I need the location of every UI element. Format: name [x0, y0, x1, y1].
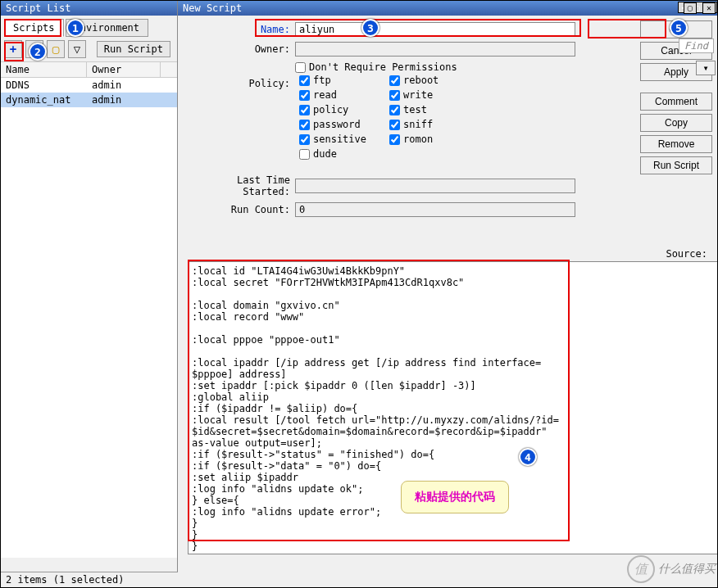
row1-owner: admin — [87, 93, 161, 106]
policy-dude[interactable]: dude — [299, 148, 381, 160]
policy-write[interactable]: write — [389, 89, 471, 101]
owner-label: Owner: — [184, 43, 295, 55]
new-script-title: New Script — [183, 2, 242, 14]
remove-dialog-button[interactable]: Remove — [640, 135, 712, 153]
script-list-window: Script List Scripts Environment + − ▢ ▽ … — [1, 1, 178, 587]
tab-environment[interactable]: Environment — [66, 19, 148, 37]
name-input[interactable] — [295, 22, 575, 37]
source-textarea[interactable] — [188, 261, 718, 554]
new-script-titlebar: New Script ━ ▢ ✕ — [178, 1, 718, 16]
script-toolbar: + − ▢ ▽ Run Script — [1, 37, 177, 62]
script-list-titlebar: Script List — [1, 1, 177, 16]
col-owner-header[interactable]: Owner — [87, 62, 161, 77]
ok-button[interactable]: OK — [640, 20, 712, 38]
row0-owner: admin — [87, 79, 161, 92]
host-window-buttons: ▢ ✕ — [684, 2, 716, 14]
policy-sensitive[interactable]: sensitive — [299, 133, 381, 145]
filter-button[interactable]: ▽ — [68, 40, 86, 58]
owner-input — [295, 42, 575, 57]
remove-button[interactable]: − — [25, 40, 43, 58]
policy-label: Policy: — [184, 78, 295, 89]
add-button[interactable]: + — [4, 40, 22, 58]
tab-scripts[interactable]: Scripts — [4, 19, 64, 37]
new-script-window: New Script ━ ▢ ✕ Name: Owner: Don't Requ… — [178, 1, 718, 588]
host-maximize-icon[interactable]: ▢ — [684, 2, 697, 14]
policy-policy[interactable]: policy — [299, 104, 381, 115]
policy-read[interactable]: read — [299, 89, 381, 101]
policy-romon[interactable]: romon — [389, 133, 471, 145]
last-time-label: Last Time Started: — [184, 174, 295, 197]
tabs-bar: Scripts Environment — [1, 16, 177, 37]
dialog-body: Name: Owner: Don't Require Permissions P… — [178, 16, 718, 588]
policy-password[interactable]: password — [299, 119, 381, 130]
run-count-label: Run Count: — [184, 204, 295, 215]
run-count-input — [295, 202, 575, 217]
col-name-header[interactable]: Name — [1, 62, 87, 77]
list-row[interactable]: DDNS admin — [1, 78, 177, 93]
list-row[interactable]: dynamic_nat admin — [1, 93, 177, 107]
filter-combo[interactable]: ▾ — [696, 61, 716, 75]
policy-test[interactable]: test — [389, 104, 471, 115]
run-script-button-dialog[interactable]: Run Script — [640, 156, 712, 174]
row0-name: DDNS — [1, 79, 87, 92]
script-list-body[interactable]: DDNS admin dynamic_nat admin — [1, 78, 177, 558]
policy-sniff[interactable]: sniff — [389, 119, 471, 130]
comment-button[interactable]: Comment — [640, 93, 712, 111]
last-time-input — [295, 179, 575, 193]
run-script-button-left[interactable]: Run Script — [97, 41, 170, 57]
enable-button[interactable]: ▢ — [47, 40, 65, 58]
status-bar: 2 items (1 selected) — [1, 572, 178, 587]
list-header: Name Owner — [1, 62, 177, 78]
policy-ftp[interactable]: ftp — [299, 75, 381, 86]
policy-reboot[interactable]: reboot — [389, 75, 471, 86]
name-label: Name: — [184, 24, 295, 35]
find-input[interactable]: Find — [679, 38, 714, 53]
script-list-title: Script List — [6, 2, 70, 14]
dont-require-checkbox[interactable]: Don't Require Permissions — [295, 61, 457, 73]
row1-name: dynamic_nat — [1, 93, 87, 106]
copy-button[interactable]: Copy — [640, 114, 712, 132]
host-close-icon[interactable]: ✕ — [702, 2, 716, 14]
source-label: Source: — [666, 248, 707, 260]
